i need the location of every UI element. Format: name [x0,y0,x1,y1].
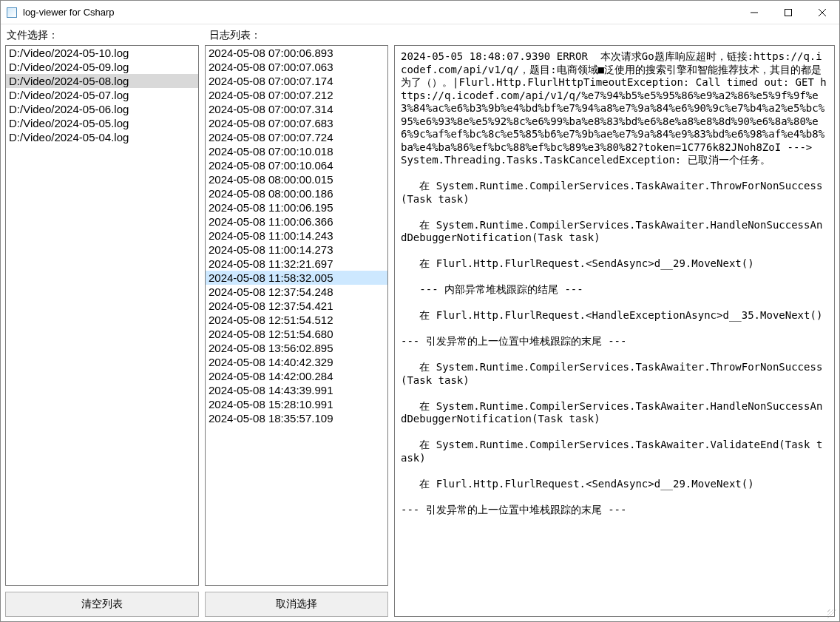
file-select-label: 文件选择： [5,29,203,42]
timestamp-list-item[interactable]: 2024-05-08 07:00:06.893 [206,46,387,60]
log-detail-pane[interactable]: 2024-05-05 18:48:07.9390 ERROR 本次请求Go题库响… [394,45,835,617]
timestamp-list-item[interactable]: 2024-05-08 14:43:39.991 [206,383,387,397]
timestamp-list-item[interactable]: 2024-05-08 07:00:07.174 [206,74,387,88]
timestamp-list-item[interactable]: 2024-05-08 14:42:00.284 [206,369,387,383]
timestamp-list-item[interactable]: 2024-05-08 11:58:32.005 [206,271,387,285]
timestamp-list-item[interactable]: 2024-05-08 08:00:00.015 [206,172,387,186]
svg-rect-1 [785,9,792,16]
maximize-button[interactable] [771,1,805,24]
file-list-item[interactable]: D:/Video/2024-05-06.log [6,102,198,116]
main-window: log-viewer for Csharp 文件选择： 日志列表： D:/Vid… [0,0,840,622]
window-title: log-viewer for Csharp [23,7,737,18]
timestamp-list-item[interactable]: 2024-05-08 11:00:06.195 [206,200,387,214]
clear-list-button[interactable]: 清空列表 [5,592,199,617]
timestamp-list-item[interactable]: 2024-05-08 13:56:02.895 [206,341,387,355]
file-list-item[interactable]: D:/Video/2024-05-08.log [6,74,198,88]
resize-grip-icon[interactable] [827,609,838,620]
close-icon [819,9,826,16]
file-listbox[interactable]: D:/Video/2024-05-10.logD:/Video/2024-05-… [5,45,199,586]
file-column: D:/Video/2024-05-10.logD:/Video/2024-05-… [5,45,199,617]
timestamp-list-item[interactable]: 2024-05-08 08:00:00.186 [206,186,387,200]
column-headers: 文件选择： 日志列表： [1,24,839,45]
timestamp-list-item[interactable]: 2024-05-08 07:00:07.314 [206,102,387,116]
timestamp-list-item[interactable]: 2024-05-08 07:00:07.212 [206,88,387,102]
content-area: D:/Video/2024-05-10.logD:/Video/2024-05-… [1,45,839,621]
timestamp-list-item[interactable]: 2024-05-08 07:00:07.683 [206,116,387,130]
timestamp-listbox[interactable]: 2024-05-08 07:00:06.8932024-05-08 07:00:… [205,45,388,586]
timestamp-list-item[interactable]: 2024-05-08 14:40:42.329 [206,355,387,369]
titlebar[interactable]: log-viewer for Csharp [1,1,839,24]
minimize-icon [751,9,758,16]
file-list-item[interactable]: D:/Video/2024-05-07.log [6,88,198,102]
timestamp-list-item[interactable]: 2024-05-08 11:00:06.366 [206,214,387,229]
window-controls [737,1,839,24]
file-list-item[interactable]: D:/Video/2024-05-09.log [6,60,198,74]
timestamp-list-item[interactable]: 2024-05-08 12:51:54.680 [206,327,387,341]
timestamp-list-item[interactable]: 2024-05-08 07:00:10.018 [206,144,387,158]
timestamp-list-item[interactable]: 2024-05-08 07:00:10.064 [206,158,387,172]
timestamp-list-item[interactable]: 2024-05-08 11:00:14.273 [206,243,387,257]
timestamp-list-item[interactable]: 2024-05-08 18:35:57.109 [206,411,387,425]
timestamp-column: 2024-05-08 07:00:06.8932024-05-08 07:00:… [205,45,388,617]
timestamp-list-item[interactable]: 2024-05-08 07:00:07.724 [206,130,387,144]
file-list-item[interactable]: D:/Video/2024-05-05.log [6,116,198,130]
file-list-item[interactable]: D:/Video/2024-05-10.log [6,46,198,60]
timestamp-list-item[interactable]: 2024-05-08 11:32:21.697 [206,257,387,271]
log-list-label: 日志列表： [203,29,261,42]
app-icon [7,7,17,18]
detail-column: 2024-05-05 18:48:07.9390 ERROR 本次请求Go题库响… [394,45,835,617]
close-button[interactable] [805,1,839,24]
cancel-select-button[interactable]: 取消选择 [205,592,388,617]
timestamp-list-item[interactable]: 2024-05-08 15:28:10.991 [206,397,387,411]
file-list-item[interactable]: D:/Video/2024-05-04.log [6,130,198,144]
timestamp-list-item[interactable]: 2024-05-08 12:37:54.421 [206,299,387,313]
maximize-icon [785,9,792,16]
minimize-button[interactable] [737,1,771,24]
timestamp-list-item[interactable]: 2024-05-08 12:51:54.512 [206,313,387,327]
timestamp-list-item[interactable]: 2024-05-08 12:37:54.248 [206,285,387,299]
timestamp-list-item[interactable]: 2024-05-08 07:00:07.063 [206,60,387,74]
timestamp-list-item[interactable]: 2024-05-08 11:00:14.243 [206,229,387,243]
